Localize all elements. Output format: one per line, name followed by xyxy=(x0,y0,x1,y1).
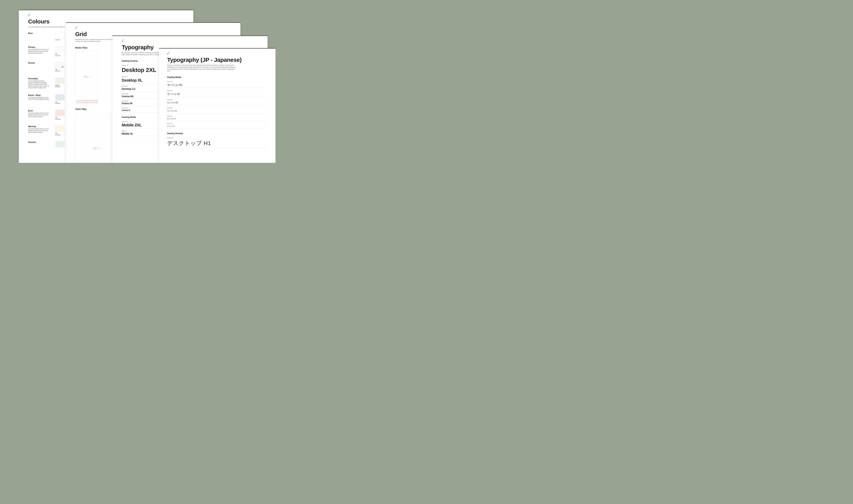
grid-mockup-tablet: ↑ 344 + xyxy=(75,112,118,163)
colour-meta: 100 #E3E8EA xyxy=(55,101,65,105)
colour-name: Error xyxy=(28,110,55,112)
type-sample: モバイル H5 xyxy=(167,118,267,120)
colour-name: Secondary xyxy=(28,77,55,80)
colour-meta: #FFFFFF xyxy=(55,39,65,41)
type-row: Mobile H2 モバイル H2 xyxy=(167,90,267,97)
type-row: Mobile H1 モバイル H1 xyxy=(167,81,267,88)
colour-hex: #FDF1EF xyxy=(55,55,65,56)
colour-hex: #F7F7F3 xyxy=(55,70,65,72)
colour-swatch-wrap: 100 #E3E8EA xyxy=(55,94,65,105)
grid-column xyxy=(84,100,87,103)
colour-name: Base xyxy=(28,32,55,34)
colour-name: Warning xyxy=(28,125,55,128)
colour-label: Neutral xyxy=(28,62,55,72)
colour-meta: Neutral #EFF0E8 xyxy=(55,85,65,88)
type-row: Mobile H5 モバイル H5 xyxy=(167,115,267,121)
colour-label: Primary Our primary palette is the core … xyxy=(28,46,55,56)
colour-swatch-wrap: 100 #FFF8ED xyxy=(55,125,65,136)
colour-label: Base xyxy=(28,32,55,41)
colour-swatch-wrap: AAA 100 #F7F7F3 xyxy=(55,62,65,72)
type-caption: Mobile H6 xyxy=(167,123,267,124)
colour-swatch-wrap: 100 #FEECEB xyxy=(55,110,65,120)
grid-column xyxy=(80,100,83,103)
hint-pill: ↑ 344 xyxy=(83,76,88,78)
type-caption: Mobile H4 xyxy=(167,107,267,109)
colour-label: Error Our primary palette is the core of… xyxy=(28,110,55,120)
section-heading: Heading Desktop xyxy=(167,132,267,134)
colour-label: Secondary Our wider palette introduces a… xyxy=(28,77,55,89)
type-sample: モバイル H6 xyxy=(167,125,267,127)
colour-desc: Our primary palette is the core of our i… xyxy=(28,128,50,133)
colour-desc: Our wider palette introduces a spectrum … xyxy=(28,80,50,89)
colour-swatch xyxy=(55,46,65,52)
colour-swatch-wrap xyxy=(55,141,65,148)
colour-name: Primary xyxy=(28,46,55,48)
colour-label: Warning Our primary palette is the core … xyxy=(28,125,55,136)
colour-swatch xyxy=(55,94,65,101)
grid-column xyxy=(94,100,97,103)
colour-name: Success xyxy=(28,141,55,143)
grid-column xyxy=(91,100,93,103)
colour-hex: #FEECEB xyxy=(55,119,65,120)
hint-dot-icon xyxy=(99,147,101,149)
colour-desc: Our primary palette is the core of our i… xyxy=(28,49,50,54)
colour-hex: #FFFFFF xyxy=(55,39,65,41)
type-sample: モバイル H2 xyxy=(167,92,267,96)
logo-icon xyxy=(28,14,30,16)
type-caption: Mobile H2 xyxy=(167,90,267,91)
colour-name: Brand - Sleep xyxy=(28,94,55,96)
contrast-badge: AAA xyxy=(61,66,64,68)
type-row: Mobile H6 モバイル H6 xyxy=(167,123,267,128)
type-caption: Desktop H1 xyxy=(167,137,267,139)
logo-icon xyxy=(122,39,124,42)
colour-hex: #E3E8EA xyxy=(55,103,65,104)
type-caption: Mobile H3 xyxy=(167,99,267,100)
colour-name: Neutral xyxy=(28,62,55,64)
colour-hex: #EFF0E8 xyxy=(55,86,65,88)
colour-shade: 100 xyxy=(55,117,65,118)
colour-swatch-wrap: Neutral #EFF0E8 xyxy=(55,77,65,89)
colour-label: Success xyxy=(28,141,55,148)
colour-swatch xyxy=(55,110,65,116)
logo-icon xyxy=(75,26,77,29)
colour-swatch-wrap: #FFFFFF xyxy=(55,32,65,41)
colour-hex: #FFF8ED xyxy=(55,134,65,136)
type-sample: モバイル H4 xyxy=(167,110,267,112)
grid-column xyxy=(77,100,79,103)
hint-pill: ↑ 344 xyxy=(93,147,97,149)
colour-shade: 100 xyxy=(55,53,65,55)
colour-desc: Our primary palette is the core of our i… xyxy=(28,112,50,118)
colour-label: Brand - Sleep The Teal Blue and Pale Blu… xyxy=(28,94,55,105)
hint-dot-icon xyxy=(89,76,91,77)
plus-icon: + xyxy=(98,148,99,149)
grid-hint: ↑ 344 + xyxy=(93,147,101,149)
colour-desc: The Teal Blue and Pale Blue colours show… xyxy=(28,97,50,101)
type-sample: デスクトップ H1 xyxy=(167,140,267,147)
section-heading: Heading Mobile xyxy=(167,76,267,78)
page-title: Typography (JP - Japanese) xyxy=(167,57,267,63)
type-sample: モバイル H1 xyxy=(167,83,267,87)
colour-swatch xyxy=(55,32,65,38)
colour-meta: 100 #FDF1EF xyxy=(55,53,65,56)
grid-column xyxy=(87,100,90,103)
colour-swatch-wrap: 100 #FDF1EF xyxy=(55,46,65,56)
plus-icon: + xyxy=(88,76,89,77)
colour-shade: 100 xyxy=(55,69,65,70)
type-row: Mobile H4 モバイル H4 xyxy=(167,107,267,113)
colour-shade: 100 xyxy=(55,101,65,103)
colour-swatch xyxy=(55,77,65,84)
colour-meta: 100 #FFF8ED xyxy=(55,132,65,136)
type-caption: Mobile H1 xyxy=(167,81,267,82)
type-caption: Mobile H5 xyxy=(167,115,267,117)
colour-swatch xyxy=(55,125,65,132)
colour-meta: 100 #FEECEB xyxy=(55,117,65,120)
grid-mockup-mobile: ↑ 344 + xyxy=(75,51,98,103)
type-row: Mobile H3 モバイル H3 xyxy=(167,99,267,105)
logo-icon xyxy=(167,52,169,55)
type-sample: モバイル H3 xyxy=(167,102,267,104)
panel-typography-jp: Typography (JP - Japanese) We use a comb… xyxy=(159,48,275,163)
grid-hint: ↑ 344 + xyxy=(83,76,91,78)
page-description: We use a combination of Zen Kaku Gothic … xyxy=(167,64,237,72)
colour-swatch xyxy=(55,141,65,147)
colour-shade: Neutral xyxy=(55,85,65,86)
